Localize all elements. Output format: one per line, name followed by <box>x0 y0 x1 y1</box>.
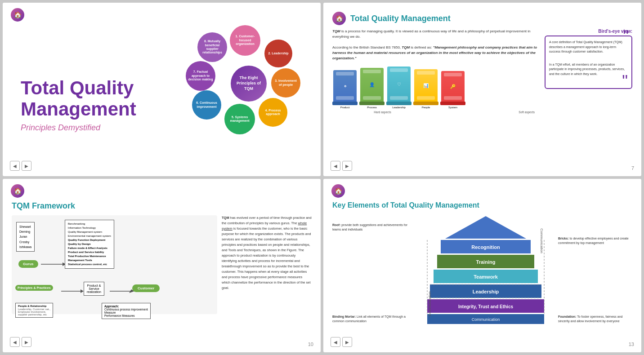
arrow-gurus-tools <box>41 261 66 267</box>
center-circle: The EightPrinciples ofTQM <box>231 66 267 102</box>
petal-8: 8. Mutually beneficial supplier relation… <box>197 32 227 62</box>
customer-label: Customer <box>132 284 160 292</box>
tools-list-box: Benchmarking Information Technology Qual… <box>65 220 114 269</box>
juran: Juran <box>19 234 31 239</box>
hard-aspects-label: Hard aspects <box>332 111 433 114</box>
home-icon-3: 🏠 <box>11 184 24 198</box>
soft-aspects-label: Soft aspects <box>434 111 535 114</box>
prev-arrow[interactable]: ◀ <box>10 161 20 171</box>
pillar-label-3: Leadership <box>392 106 406 109</box>
roof-annotation: Roof: provide both suggestions and achie… <box>332 223 413 232</box>
slide-3-page: 10 <box>308 342 313 347</box>
slide-2-prev[interactable]: ◀ <box>331 161 340 171</box>
pillar-product: ⚙ <box>333 70 357 102</box>
people-box: People & Relationship Leadership, Custom… <box>15 303 53 318</box>
pillar-label-1: Product <box>340 106 350 109</box>
slide-3-prev[interactable]: ◀ <box>10 337 20 347</box>
slide-3-next[interactable]: ▶ <box>22 337 31 347</box>
product-box: Product &Servicerealization <box>84 282 104 296</box>
home-icon-4: 🏠 <box>331 184 345 198</box>
bricks-annotation: Bricks: to develop effective employees a… <box>558 236 632 245</box>
flower-diagram: 1. Customer-focused organization 2. Lead… <box>190 25 307 142</box>
slide-3: 🏠 TQM Framework Shewart Deming Juran Cro… <box>3 179 321 352</box>
pillar-label-4: People <box>422 106 430 109</box>
slide-4-title: Key Elements of Total Quality Management <box>332 201 632 209</box>
close-quote-mark: " <box>549 78 628 84</box>
framework-main-text: TQM has evolved over a period of time th… <box>222 215 312 314</box>
pyramid-svg: Recognition Training Teamwork Leadership… <box>418 214 554 326</box>
slide-4-nav: ◀ ▶ <box>331 337 352 347</box>
slide-3-nav: ◀ ▶ <box>10 337 31 347</box>
people-label: People & Relationship <box>18 305 50 307</box>
petal-4: 4. Process approach <box>259 98 287 127</box>
slide-1: 🏠 Total Quality Management Principles De… <box>3 3 321 176</box>
approach-box: Approach: Continuous process improvement… <box>102 303 151 319</box>
arrow-prod-cust <box>110 288 134 294</box>
svg-text:Integrity, Trust and Ethics: Integrity, Trust and Ethics <box>458 304 513 309</box>
open-quote-mark: " <box>623 28 629 44</box>
pillar-label-2: Process <box>367 106 377 109</box>
slide-4-page: 13 <box>629 342 634 347</box>
svg-marker-3 <box>80 289 84 293</box>
petal-3: 3. Involvement of people <box>271 68 300 98</box>
birds-eye-section: Bird's-eye view: " A core definition of … <box>545 29 632 114</box>
slide-1-nav: ◀ ▶ <box>10 161 31 171</box>
svg-text:Teamwork: Teamwork <box>474 274 498 280</box>
tqm-intro-text: TQM is a process for managing quality. I… <box>332 29 539 61</box>
petal-7: 7. Factual approach to decision making <box>186 61 215 91</box>
principles-label: Principles & Practices <box>15 285 53 291</box>
home-icon-2: 🏠 <box>332 12 346 25</box>
slide-4-next[interactable]: ▶ <box>342 337 352 347</box>
slide-3-title: TQM Framework <box>12 201 312 211</box>
svg-text:Recognition: Recognition <box>471 244 500 250</box>
quote-para-1: A core definition of Total Quality Manag… <box>549 40 628 54</box>
svg-text:Training: Training <box>476 259 496 265</box>
petal-5: 5. Systems management <box>224 104 255 134</box>
petal-6: 6. Continuous improvement <box>192 90 221 120</box>
quote-box: " A core definition of Total Quality Man… <box>545 36 632 89</box>
crosby: Crosby <box>19 240 31 244</box>
slide-2-nav: ◀ ▶ <box>331 161 352 171</box>
pillar-leadership: ♡ <box>387 67 411 102</box>
svg-text:Communication: Communication <box>472 317 500 322</box>
pillar-people: 📊 <box>414 69 438 102</box>
key-elements-layout: Roof: provide both suggestions and achie… <box>332 214 632 328</box>
right-annotations: Bricks: to develop effective employees a… <box>558 214 632 328</box>
people-desc: Leadership, Customer sat.,Employee Invol… <box>18 308 50 316</box>
pillar-label-5: System <box>448 106 457 109</box>
petal-2: 2. Leadership <box>264 40 292 67</box>
pillar-system: 🔑 <box>441 71 465 102</box>
svg-text:Communication: Communication <box>428 291 432 316</box>
pillars-diagram: ⚙ Product 👤 Process <box>332 67 539 109</box>
svg-text:Communication: Communication <box>540 228 544 253</box>
pillar-process: 👤 <box>360 68 384 102</box>
next-arrow[interactable]: ▶ <box>22 161 31 171</box>
home-icon-1: 🏠 <box>11 8 24 22</box>
slide-2-next[interactable]: ▶ <box>342 161 352 171</box>
slide-2-title: Total Quality Management <box>350 14 451 23</box>
svg-text:Leadership: Leadership <box>473 289 499 294</box>
slide-2-page: 7 <box>631 165 634 171</box>
arrow-princ-prod <box>61 288 84 294</box>
pillar-categories: Hard aspects Soft aspects <box>332 111 539 114</box>
pyramid-container: Recognition Training Teamwork Leadership… <box>418 214 554 328</box>
birds-eye-label: Bird's-eye view: <box>545 29 632 34</box>
slide-4: 🏠 Key Elements of Total Quality Manageme… <box>323 179 641 352</box>
pyramid-roof <box>445 216 526 239</box>
shewart: Shewart <box>19 224 31 229</box>
framework-diagram: Shewart Deming Juran Crosby Ishikawa Gur… <box>12 215 217 314</box>
petal-1: 1. Customer-focused organization <box>230 25 260 56</box>
slide-4-prev[interactable]: ◀ <box>331 337 340 347</box>
binding-mortar-annotation: Binding Mortar: Link all elements of TQM… <box>332 315 413 324</box>
quote-para-2: In a TQM effort, all members of an organ… <box>549 62 628 77</box>
foundation-annotation: Foundation: To foster openness, fairness… <box>558 315 632 324</box>
deming: Deming <box>19 229 31 234</box>
gurus-box: Shewart Deming Juran Crosby Ishikawa <box>16 222 35 252</box>
gurus-label: Gurus <box>18 260 38 268</box>
left-annotations: Roof: provide both suggestions and achie… <box>332 214 413 328</box>
slide-2: 🏠 Total Quality Management TQM is a proc… <box>323 3 641 176</box>
ishikawa: Ishikawa <box>19 244 31 249</box>
